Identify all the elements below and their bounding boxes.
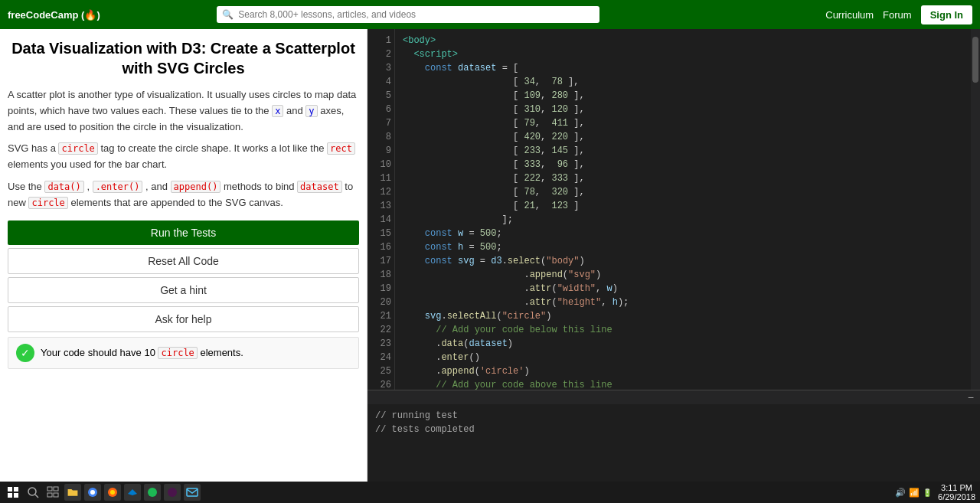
- paragraph-1: A scatter plot is another type of visual…: [8, 87, 359, 135]
- code-line: // Add your code below this line: [403, 323, 963, 337]
- output-line-1: // running test: [375, 409, 972, 423]
- code-line: [ 21, 123 ]: [403, 199, 963, 213]
- code-line: const h = 500;: [403, 240, 963, 254]
- line-number: 11: [371, 171, 391, 185]
- line-number: 21: [371, 309, 391, 323]
- left-panel: Data Visualization with D3: Create a Sca…: [0, 29, 368, 482]
- search-input[interactable]: [217, 6, 599, 23]
- get-hint-button[interactable]: Get a hint: [8, 277, 359, 303]
- code-line: <script>: [403, 47, 963, 61]
- line-number: 10: [371, 158, 391, 171]
- line-number: 18: [371, 268, 391, 282]
- code-line: .attr("width", w): [403, 282, 963, 296]
- curriculum-link[interactable]: Curriculum: [825, 9, 874, 21]
- code-line: [ 222, 333 ],: [403, 171, 963, 185]
- scrollbar[interactable]: [971, 29, 980, 390]
- test-result: ✓ Your code should have 10 circle elemen…: [8, 337, 359, 369]
- code-line: [ 109, 280 ],: [403, 89, 963, 103]
- output-panel: − // running test // tests completed: [368, 390, 980, 482]
- line-number: 9: [371, 144, 391, 158]
- line-number: 24: [371, 351, 391, 364]
- editor-area: 1234567891011121314151617181920212223242…: [368, 29, 980, 390]
- code-line: .data(dataset): [403, 337, 963, 351]
- line-number: 6: [371, 103, 391, 116]
- line-number: 17: [371, 254, 391, 268]
- code-line: .enter(): [403, 351, 963, 364]
- output-line-2: // tests completed: [375, 423, 972, 436]
- line-number: 13: [371, 199, 391, 213]
- topnav: freeCodeCamp (🔥) 🔍 Curriculum Forum Sign…: [0, 0, 980, 29]
- code-line: [ 233, 145 ],: [403, 144, 963, 158]
- ask-help-button[interactable]: Ask for help: [8, 306, 359, 332]
- line-number: 1: [371, 34, 391, 47]
- code-line: .append("svg"): [403, 268, 963, 282]
- reset-code-button[interactable]: Reset All Code: [8, 248, 359, 274]
- search-container: 🔍: [217, 6, 599, 23]
- output-text: // running test // tests completed: [368, 404, 980, 441]
- test-result-text: Your code should have 10 circle elements…: [41, 347, 243, 358]
- code-line: // Add your code above this line: [403, 378, 963, 390]
- logo: freeCodeCamp (🔥): [8, 9, 100, 21]
- code-line: const w = 500;: [403, 227, 963, 240]
- line-number: 15: [371, 227, 391, 240]
- code-line: [ 34, 78 ],: [403, 75, 963, 89]
- code-line: [ 333, 96 ],: [403, 158, 963, 171]
- line-number: 5: [371, 89, 391, 103]
- code-line: .append('circle'): [403, 364, 963, 378]
- code-line: ];: [403, 213, 963, 227]
- lesson-body: A scatter plot is another type of visual…: [8, 87, 359, 211]
- scrollbar-thumb[interactable]: [972, 37, 978, 83]
- line-number: 3: [371, 61, 391, 75]
- paragraph-3: Use the data() , .enter() , and append()…: [8, 179, 359, 211]
- main-layout: Data Visualization with D3: Create a Sca…: [0, 29, 980, 482]
- code-line: [ 310, 120 ],: [403, 103, 963, 116]
- code-line: const svg = d3.select("body"): [403, 254, 963, 268]
- code-line: svg.selectAll("circle"): [403, 309, 963, 323]
- line-number: 12: [371, 185, 391, 199]
- line-number: 7: [371, 116, 391, 130]
- line-number: 19: [371, 282, 391, 296]
- line-number: 14: [371, 213, 391, 227]
- code-line: <body>: [403, 34, 963, 47]
- line-number: 8: [371, 130, 391, 144]
- line-number: 20: [371, 296, 391, 309]
- run-tests-button[interactable]: Run the Tests: [8, 220, 359, 245]
- output-header: −: [368, 390, 980, 404]
- signin-button[interactable]: Sign In: [921, 5, 972, 24]
- search-icon: 🔍: [222, 9, 234, 20]
- code-line: .attr("height", h);: [403, 296, 963, 309]
- code-line: [ 78, 320 ],: [403, 185, 963, 199]
- topnav-right: Curriculum Forum Sign In: [825, 5, 972, 24]
- code-line: [ 420, 220 ],: [403, 130, 963, 144]
- line-numbers: 1234567891011121314151617181920212223242…: [368, 29, 395, 390]
- code-line: [ 79, 411 ],: [403, 116, 963, 130]
- line-number: 26: [371, 378, 391, 390]
- checkmark-icon: ✓: [16, 344, 34, 362]
- close-output-icon[interactable]: −: [968, 391, 974, 403]
- line-number: 25: [371, 364, 391, 378]
- paragraph-2: SVG has a circle tag to create the circl…: [8, 141, 359, 173]
- line-number: 22: [371, 323, 391, 337]
- line-number: 23: [371, 337, 391, 351]
- code-line: const dataset = [: [403, 61, 963, 75]
- line-number: 4: [371, 75, 391, 89]
- code-content[interactable]: <body> <script> const dataset = [ [ 34, …: [395, 29, 971, 390]
- lesson-title: Data Visualization with D3: Create a Sca…: [8, 38, 359, 78]
- line-number: 16: [371, 240, 391, 254]
- right-panel: 1234567891011121314151617181920212223242…: [368, 29, 980, 482]
- line-number: 2: [371, 47, 391, 61]
- forum-link[interactable]: Forum: [883, 9, 912, 21]
